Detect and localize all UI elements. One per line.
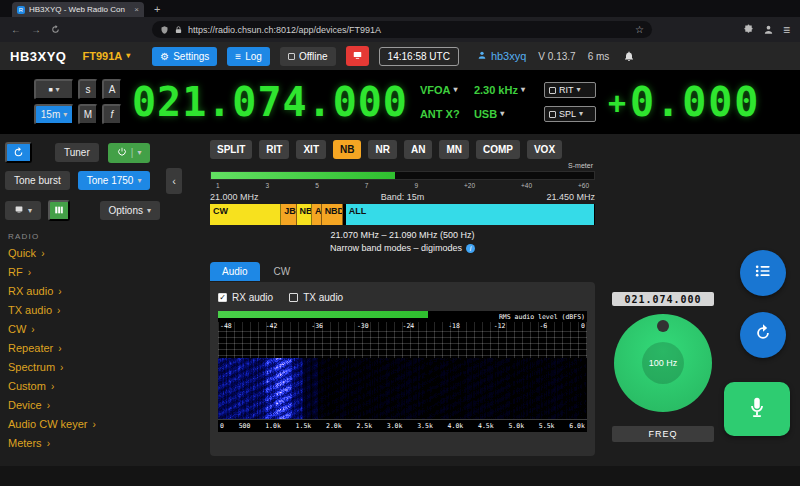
bandplan-segment-cw[interactable]: CW [210, 204, 281, 225]
bandplan-segment-nbd[interactable]: NBD [322, 204, 343, 225]
offline-checkbox [288, 53, 295, 60]
browser-tab[interactable]: R HB3XYQ - Web Radio Con × [12, 2, 144, 17]
sidebar-item-spectrum[interactable]: Spectrum› [8, 360, 96, 374]
tuning-frequency-readout: 021.074.000 [612, 292, 714, 306]
user-account-link[interactable]: hb3xyq [477, 50, 526, 62]
antenna-label[interactable]: ANT X? [420, 108, 464, 120]
sidebar-item-device[interactable]: Device› [8, 398, 96, 412]
tab-title: HB3XYQ - Web Radio Con [29, 5, 130, 14]
band-list-button[interactable] [740, 250, 786, 296]
split-button[interactable]: SPLIT [210, 140, 252, 159]
frequency-panel: ■ ▾ s A 15m ▾ M f 021.074.000 VFOA▾ 2.30… [0, 70, 800, 134]
options-button[interactable]: Options ▾ [100, 201, 160, 220]
xit-button[interactable]: XIT [296, 140, 326, 159]
profile-icon[interactable] [763, 24, 774, 35]
sidebar-collapse-button[interactable]: ‹ [166, 168, 182, 194]
sidebar-item-quick[interactable]: Quick› [8, 246, 96, 260]
extension-puzzle-icon[interactable] [743, 24, 754, 35]
bookmark-star-icon[interactable]: ☆ [635, 24, 644, 35]
bandplan-segment-jb[interactable]: JB [281, 204, 296, 225]
tone-select-button[interactable]: Tone 1750 ▾ [78, 171, 151, 190]
bandplan-segment-a[interactable]: A [312, 204, 322, 225]
tuner-button[interactable]: Tuner [55, 143, 99, 162]
refresh-button[interactable] [5, 142, 32, 163]
audio-panel: ✓ RX audio TX audio RMS audio level (dBF… [210, 282, 595, 456]
settings-button[interactable]: ⚙ Settings [152, 47, 217, 66]
sidebar-item-meters[interactable]: Meters› [8, 436, 96, 450]
panels-button[interactable] [48, 200, 70, 221]
vfo-select[interactable]: VFOA▾ [420, 84, 464, 96]
tx-audio-toggle[interactable]: TX audio [289, 292, 343, 303]
nr-button[interactable]: NR [368, 140, 396, 159]
back-icon[interactable]: ← [10, 24, 22, 35]
band-limits-row: 21.000 MHz Band: 15m 21.450 MHz [210, 192, 595, 202]
step-button[interactable]: s [78, 79, 98, 100]
tuning-knob[interactable]: 100 Hz [614, 314, 712, 412]
latency-indicator: 6 ms [588, 51, 610, 62]
device-selector[interactable]: FT991A ▾ [82, 50, 130, 62]
menu-icon[interactable]: ≡ [783, 23, 790, 37]
sidebar-item-custom[interactable]: Custom› [8, 379, 96, 393]
offset-frequency-display[interactable]: 0.000 [630, 79, 760, 125]
fine-button[interactable]: f [102, 104, 122, 125]
sidebar-item-cw[interactable]: CW› [8, 322, 96, 336]
ptt-mic-button[interactable] [724, 382, 790, 436]
memory-button[interactable]: M [78, 104, 98, 125]
sidebar-item-rx-audio[interactable]: RX audio› [8, 284, 96, 298]
forward-icon[interactable]: → [30, 24, 42, 35]
lock-icon[interactable] [174, 25, 183, 35]
record-button[interactable] [346, 46, 369, 66]
mode-select[interactable]: USB▾ [474, 108, 534, 120]
new-tab-button[interactable]: + [154, 2, 160, 17]
freq-mode-button[interactable]: FREQ [612, 426, 714, 442]
rx-audio-toggle[interactable]: ✓ RX audio [218, 292, 273, 303]
reload-icon[interactable] [50, 24, 61, 35]
chevron-right-icon: › [51, 381, 54, 392]
main-frequency-display[interactable]: 021.074.000 [132, 79, 408, 125]
url-field[interactable]: https://radio.chsun.ch:8012/app/devices/… [152, 21, 652, 38]
sidebar-item-rf[interactable]: RF› [8, 265, 96, 279]
url-text[interactable]: https://radio.chsun.ch:8012/app/devices/… [188, 25, 630, 35]
offline-toggle-button[interactable]: Offline [280, 47, 336, 66]
band-selector[interactable]: 15m ▾ [34, 104, 74, 125]
power-button[interactable]: | ▾ [108, 143, 151, 163]
bell-icon[interactable] [623, 50, 635, 62]
rit-button[interactable]: RIT [259, 140, 289, 159]
app-logo: HB3XYQ [10, 49, 66, 64]
filter-width-select[interactable]: 2.30 kHz▾ [474, 84, 534, 96]
tab-close-icon[interactable]: × [134, 5, 139, 14]
shield-icon[interactable] [160, 25, 169, 35]
log-button[interactable]: ≡ Log [227, 47, 270, 66]
comp-button[interactable]: COMP [476, 140, 520, 159]
sync-button[interactable] [740, 312, 786, 358]
sidebar-item-audio-cw-keyer[interactable]: Audio CW keyer› [8, 417, 96, 431]
tx-audio-checkbox[interactable] [289, 293, 298, 302]
rx-audio-checkbox[interactable]: ✓ [218, 293, 227, 302]
chevron-right-icon: › [92, 419, 95, 430]
nb-button[interactable]: NB [333, 140, 361, 159]
caret-down-icon: ▾ [137, 177, 141, 185]
rms-level-fill [218, 311, 428, 318]
caret-down-icon: ▾ [63, 111, 67, 119]
rit-checkbox [549, 87, 556, 94]
memory-mode-dropdown[interactable]: ■ ▾ [34, 79, 74, 100]
vfo-a-button[interactable]: A [102, 79, 122, 100]
tone-burst-button[interactable]: Tone burst [5, 171, 70, 190]
an-button[interactable]: AN [404, 140, 432, 159]
tab-cw[interactable]: CW [262, 262, 303, 281]
sidebar-item-tx-audio[interactable]: TX audio› [8, 303, 96, 317]
mn-button[interactable]: MN [439, 140, 469, 159]
layout-dropdown-button[interactable]: ▾ [5, 201, 41, 220]
vox-button[interactable]: VOX [527, 140, 562, 159]
chevron-right-icon: › [58, 343, 61, 354]
caret-down-icon: ▾ [521, 86, 525, 94]
chevron-right-icon: › [41, 248, 44, 259]
smeter-fill [211, 172, 395, 179]
bandplan-segment-nb[interactable]: NB [297, 204, 312, 225]
sidebar-item-repeater[interactable]: Repeater› [8, 341, 96, 355]
split-toggle[interactable]: SPL ▾ [544, 106, 596, 122]
info-icon[interactable]: i [466, 244, 475, 253]
bandplan-segment-all[interactable]: ALL [346, 204, 594, 225]
tab-audio[interactable]: Audio [210, 262, 260, 281]
rit-toggle[interactable]: RIT ▾ [544, 82, 596, 98]
